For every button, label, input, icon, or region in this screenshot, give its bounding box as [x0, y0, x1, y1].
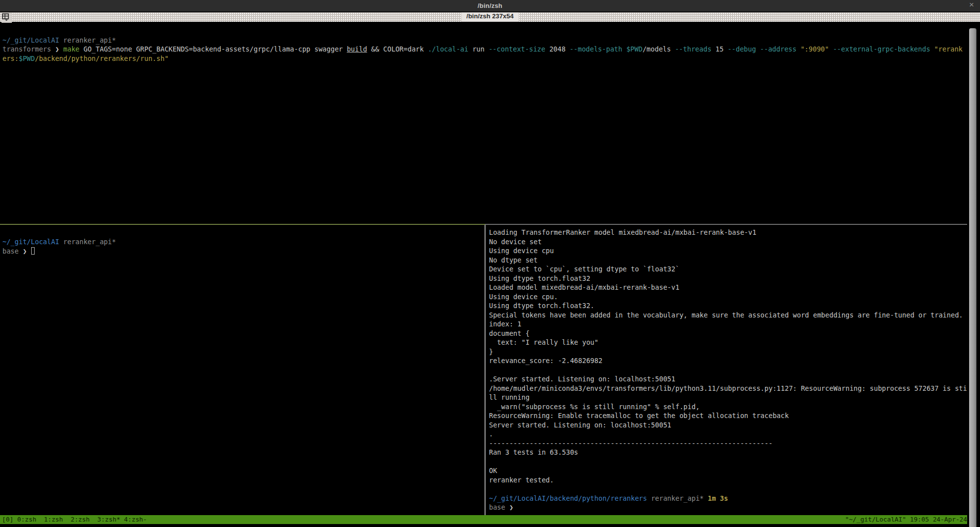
terminal-window: ~/_git/LocalAI reranker_api*transformers… [0, 23, 980, 527]
terminal-cursor [31, 247, 35, 255]
terminal-line: Loaded model mixedbread-ai/mxbai-rerank-… [489, 283, 980, 292]
terminal-line [489, 484, 980, 494]
terminal-line: No dtype set [489, 256, 980, 265]
terminal-line [489, 457, 980, 467]
scrollbar-thumb[interactable] [969, 28, 977, 527]
terminal-line: text: "I really like you" [489, 338, 980, 347]
terminal-line: Ran 3 tests in 63.530s [489, 448, 980, 457]
terminal-line: document { [489, 329, 980, 338]
terminal-line: Special tokens have been added in the vo… [489, 311, 980, 320]
terminal-line: base ❯ [2, 246, 485, 256]
terminal-line: Device set to `cpu`, setting dtype to `f… [489, 264, 980, 274]
terminal-tab-bar: /bin/zsh 237x54 [0, 12, 980, 22]
window-title: /bin/zsh [478, 2, 502, 9]
terminal-line: transformers ❯ make GO_TAGS=none GRPC_BA… [2, 45, 980, 54]
terminal-line: Using device cpu. [489, 292, 980, 302]
terminal-line: ~/_git/LocalAI/backend/python/rerankers … [489, 494, 980, 503]
terminal-line: ResourceWarning: Enable tracemalloc to g… [489, 411, 980, 421]
terminal-line [2, 228, 485, 237]
terminal-line: ers:$PWD/backend/python/rerankers/run.sh… [2, 54, 980, 63]
terminal-line: ll running [489, 393, 980, 402]
terminal-line: .Server started. Listening on: localhost… [489, 374, 980, 384]
tmux-status-bar: [0] 0:zsh 1:zsh 2:zsh 3:zsh* 4:zsh- "~/_… [0, 515, 980, 524]
terminal-line: No device set [489, 237, 980, 247]
terminal-line: Using dtype torch.float32 [489, 274, 980, 283]
terminal-line: Using device cpu [489, 246, 980, 256]
tab-title: /bin/zsh 237x54 [461, 12, 518, 22]
terminal-line: } [489, 347, 980, 357]
terminal-line: . [489, 429, 980, 439]
terminal-line: ~/_git/LocalAI reranker_api* [2, 36, 980, 45]
terminal-pane-top[interactable]: ~/_git/LocalAI reranker_api*transformers… [0, 23, 980, 224]
terminal-line: ~/_git/LocalAI reranker_api* [2, 237, 485, 247]
tmux-window-list[interactable]: [0] 0:zsh 1:zsh 2:zsh 3:zsh* 4:zsh- [2, 515, 147, 524]
terminal-line: OK [489, 466, 980, 475]
window-titlebar: /bin/zsh × [0, 0, 980, 12]
terminal-line: Server started. Listening on: localhost:… [489, 421, 980, 430]
bottom-panes-container: ~/_git/LocalAI reranker_api*base ❯ Loadi… [0, 225, 980, 515]
terminal-line [489, 366, 980, 375]
terminal-line [2, 26, 980, 36]
terminal-line: Using dtype torch.float32. [489, 301, 980, 311]
terminal-pane-bottom-right[interactable]: Loading TransformerRanker model mixedbre… [486, 225, 980, 515]
terminal-line: /home/mudler/miniconda3/envs/transformer… [489, 384, 980, 393]
terminal-line: reranker tested. [489, 475, 980, 485]
terminal-line: Loading TransformerRanker model mixedbre… [489, 228, 980, 237]
terminal-pane-bottom-left[interactable]: ~/_git/LocalAI reranker_api*base ❯ [0, 225, 485, 515]
terminal-line: ----------------------------------------… [489, 439, 980, 448]
window-menu-icon[interactable] [1, 13, 12, 23]
terminal-line: index: 1 [489, 319, 980, 329]
terminal-line: base ❯ [489, 503, 980, 512]
terminal-line: relevance_score: -2.46826982 [489, 356, 980, 366]
scrollbar[interactable] [967, 23, 980, 527]
close-icon[interactable]: × [969, 0, 974, 12]
tmux-status-right: "~/_git/LocalAI" 19:05 24-Apr-24 [845, 515, 967, 524]
terminal-line: _warn("subprocess %s is still running" %… [489, 402, 980, 412]
